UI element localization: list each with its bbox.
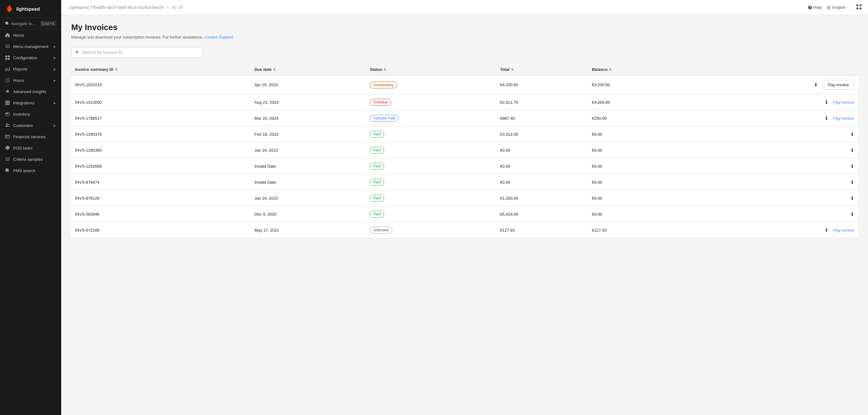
cell-total: €2,811.70	[496, 94, 588, 110]
box-icon	[5, 112, 10, 116]
sidebar-item-home[interactable]: Home	[0, 30, 61, 41]
help-button[interactable]: Help	[808, 5, 822, 10]
apps-icon[interactable]	[856, 4, 862, 11]
sidebar-item-configuration[interactable]: Configuration ▶	[0, 52, 61, 63]
col-header-actions	[686, 64, 858, 75]
cell-total: €1,260.00	[496, 190, 588, 206]
download-icon[interactable]: ⬇	[825, 99, 829, 105]
help-icon	[808, 5, 812, 10]
gear-icon	[5, 145, 10, 150]
sidebar-item-hours[interactable]: Hours ▶	[0, 75, 61, 86]
search-input[interactable]	[82, 50, 199, 55]
download-icon[interactable]: ⬇	[850, 195, 854, 201]
star-icon	[5, 89, 10, 94]
svg-rect-17	[6, 137, 7, 138]
download-icon[interactable]: ⬇	[850, 147, 854, 153]
breadcrumb: Lightspeed_f76daff3-dbc5-4ad5-962a-92c91…	[67, 5, 804, 10]
table-row: INVS-876129 Jan 24, 2022 Paid €1,260.00 …	[71, 190, 858, 206]
pay-invoice-link[interactable]: Pay invoice	[834, 116, 854, 121]
cell-total: €3,312.00	[496, 126, 588, 142]
svg-rect-5	[5, 58, 7, 60]
cell-balance: €4,200.60	[588, 75, 686, 94]
help-label: Help	[813, 5, 822, 10]
table-row: INVS-672166 May 17, 2021 Unknown €127.93…	[71, 222, 858, 238]
sidebar-item-pms-search[interactable]: PMS search	[0, 165, 61, 176]
table-head: Invoice summary ID⇅Due date⇅Status⇅Total…	[71, 64, 858, 75]
expand-icon: ▶	[54, 67, 56, 71]
table-row: INVS-1831015 Apr 19, 2024 Outstanding €4…	[71, 75, 858, 94]
pay-invoice-link[interactable]: Pay invoice	[834, 100, 854, 105]
support-link[interactable]: contact Support.	[204, 35, 234, 39]
sidebar-item-label: Financial services	[13, 135, 45, 139]
main-area: Lightspeed_f76daff3-dbc5-4ad5-962a-92c91…	[61, 0, 868, 415]
table-row: INVS-1280360 Jan 24, 2023 Paid €0.00 €0.…	[71, 142, 858, 158]
download-icon[interactable]: ⬇	[850, 211, 854, 217]
navigate-search[interactable]: Navigate to... Cmd+K	[0, 18, 61, 30]
sort-icon-due-date: ⇅	[273, 68, 276, 71]
language-button[interactable]: English	[827, 5, 846, 10]
svg-rect-22	[860, 4, 861, 6]
download-icon[interactable]: ⬇	[825, 227, 829, 233]
sidebar-item-reports[interactable]: Reports ▶	[0, 63, 61, 75]
sidebar: lightspeed Navigate to... Cmd+K Home Men…	[0, 0, 61, 415]
status-badge: Paid	[370, 195, 384, 202]
action-cell: ⬇	[689, 131, 854, 137]
svg-rect-0	[5, 45, 10, 45]
cell-invoice-id: INVS-1252668	[71, 158, 251, 174]
sidebar-item-integrations[interactable]: Integrations ▶	[0, 97, 61, 108]
sidebar-item-pos-tasks[interactable]: POS tasks	[0, 142, 61, 153]
col-header-status[interactable]: Status⇅	[366, 64, 496, 75]
cell-status: Outstanding	[366, 75, 496, 94]
col-header-due-date[interactable]: Due date⇅	[251, 64, 366, 75]
cell-actions: ⬇ Pay invoice	[686, 222, 858, 238]
users-icon	[5, 123, 10, 128]
download-icon[interactable]: ⬇	[850, 179, 854, 185]
action-cell: ⬇	[689, 179, 854, 185]
cell-actions: ⬇	[686, 126, 858, 142]
cell-due-date: Jan 24, 2023	[251, 142, 366, 158]
status-badge: Outstanding	[370, 81, 397, 89]
status-badge: Paid	[370, 179, 384, 185]
cell-invoice-id: INVS-1280378	[71, 126, 251, 142]
topbar: Lightspeed_f76daff3-dbc5-4ad5-962a-92c91…	[61, 0, 868, 15]
svg-rect-8	[7, 101, 8, 102]
cell-total: €0.00	[496, 158, 588, 174]
svg-rect-14	[7, 104, 8, 105]
cell-balance: €0.00	[588, 190, 686, 206]
navigate-label: Navigate to...	[11, 21, 35, 26]
svg-rect-13	[5, 104, 7, 105]
sidebar-item-criteria-samples[interactable]: Criteria samples	[0, 153, 61, 165]
sidebar-item-customers[interactable]: Customers ▶	[0, 120, 61, 131]
sidebar-item-financial-services[interactable]: Financial services	[0, 131, 61, 142]
svg-rect-1	[5, 46, 10, 47]
pay-invoice-link[interactable]: Pay invoice	[834, 228, 854, 233]
svg-rect-19	[5, 159, 10, 160]
col-header-total[interactable]: Total⇅	[496, 64, 588, 75]
svg-rect-12	[8, 102, 10, 103]
table-row: INVS-876474 Invalid Date Paid €0.00 €0.0…	[71, 174, 858, 190]
finance-icon	[5, 134, 10, 139]
sidebar-item-menu-management[interactable]: Menu management ▶	[0, 41, 61, 52]
breadcrumb-id: ID: 37	[172, 5, 183, 10]
download-icon[interactable]: ⬇	[825, 115, 829, 121]
expand-icon: ▶	[54, 56, 56, 60]
sidebar-item-inventory[interactable]: Inventory	[0, 108, 61, 120]
cell-due-date: Invalid Date	[251, 158, 366, 174]
cell-status: Partially Paid	[366, 110, 496, 126]
svg-rect-23	[857, 7, 858, 9]
col-header-balance[interactable]: Balance⇅	[588, 64, 686, 75]
cell-balance: €0.00	[588, 126, 686, 142]
status-badge: Unknown	[370, 227, 392, 234]
svg-rect-2	[5, 47, 10, 48]
download-icon[interactable]: ⬇	[814, 82, 818, 88]
sidebar-item-advanced-insights[interactable]: Advanced insights	[0, 86, 61, 97]
download-icon[interactable]: ⬇	[850, 163, 854, 169]
cell-due-date: Feb 16, 2023	[251, 126, 366, 142]
download-icon[interactable]: ⬇	[850, 131, 854, 137]
grid-icon	[5, 55, 10, 60]
cell-invoice-id: INVS-672166	[71, 222, 251, 238]
pay-invoice-button[interactable]: Pay invoice	[823, 80, 854, 90]
col-header-invoice-id[interactable]: Invoice summary ID⇅	[71, 64, 251, 75]
cell-due-date: May 17, 2021	[251, 222, 366, 238]
cell-due-date: Apr 19, 2024	[251, 75, 366, 94]
